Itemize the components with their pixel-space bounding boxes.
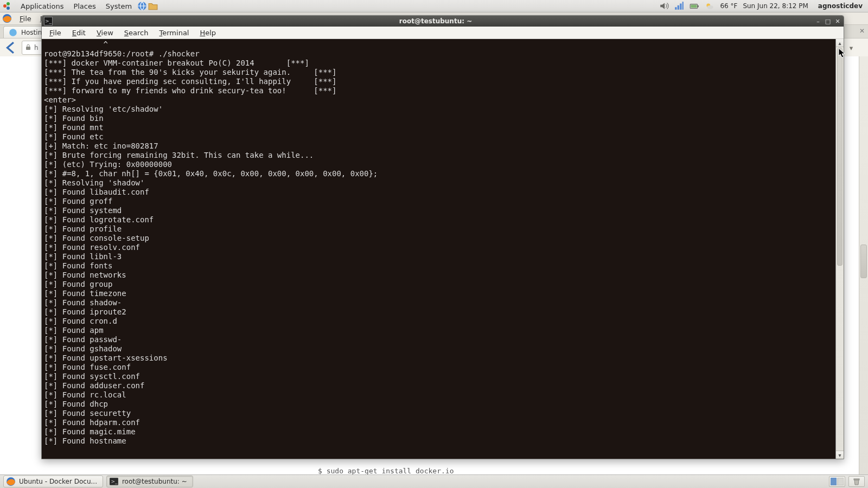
terminal-line: [*] (etc) Trying: 0x00000000 bbox=[44, 160, 833, 169]
terminal-line: [*] Found passwd- bbox=[44, 335, 833, 344]
terminal-line: [*] #=8, 1, char nh[] = {0x01, 0x40, 0x0… bbox=[44, 169, 833, 178]
svg-point-12 bbox=[707, 5, 713, 9]
bottom-tray bbox=[829, 476, 865, 487]
svg-text:>_: >_ bbox=[111, 479, 118, 484]
terminal-line: [*] Found logrotate.conf bbox=[44, 215, 833, 224]
window-close-button[interactable]: ✕ bbox=[834, 17, 841, 25]
scrollbar-down-icon[interactable]: ▾ bbox=[836, 451, 844, 459]
terminal-line: [*] Found groff bbox=[44, 197, 833, 206]
terminal-menu-search[interactable]: Search bbox=[119, 28, 154, 38]
battery-icon[interactable] bbox=[690, 1, 699, 11]
terminal-line: [***] forward to my friends who drink se… bbox=[44, 86, 833, 95]
terminal-line: ^ bbox=[44, 40, 833, 49]
gnome-bottom-panel: Ubuntu - Docker Docu... >_ root@testubun… bbox=[0, 474, 868, 488]
terminal-line: [*] Found networks bbox=[44, 271, 833, 280]
network-icon[interactable] bbox=[674, 1, 684, 11]
terminal-line: [*] Found sysctl.conf bbox=[44, 372, 833, 381]
terminal-line: [*] Found upstart-xsessions bbox=[44, 354, 833, 363]
page-code-snippet: $ sudo apt-get install docker.io bbox=[318, 467, 454, 475]
window-maximize-button[interactable]: □ bbox=[824, 17, 832, 25]
terminal-line: [*] Found timezone bbox=[44, 289, 833, 298]
terminal-window: >_ root@testubuntu: ~ – □ ✕ File Edit Vi… bbox=[41, 15, 844, 459]
terminal-line: [*] Found profile bbox=[44, 224, 833, 234]
weather-icon[interactable] bbox=[705, 1, 714, 11]
terminal-line: [***] If you have pending sec consulting… bbox=[44, 77, 833, 86]
svg-rect-9 bbox=[698, 5, 699, 7]
weather-temp[interactable]: 66 °F bbox=[720, 2, 737, 10]
svg-rect-4 bbox=[675, 7, 677, 10]
terminal-line: [***] The tea from the 90's kicks your s… bbox=[44, 68, 833, 77]
taskbar-item-label: Ubuntu - Docker Docu... bbox=[19, 478, 97, 485]
terminal-line: [*] Found resolv.conf bbox=[44, 243, 833, 252]
nav-dropdown-button[interactable]: ▾ bbox=[845, 42, 857, 54]
terminal-line: [*] Found group bbox=[44, 280, 833, 289]
terminal-line: [*] Resolving 'etc/shadow' bbox=[44, 105, 833, 114]
firefox-task-icon bbox=[6, 477, 16, 486]
svg-rect-7 bbox=[682, 2, 684, 10]
svg-rect-19 bbox=[831, 478, 837, 485]
terminal-app-icon: >_ bbox=[44, 17, 53, 25]
taskbar-item-label: root@testubuntu: ~ bbox=[122, 478, 187, 485]
nav-back-button[interactable] bbox=[3, 40, 18, 55]
menu-places[interactable]: Places bbox=[69, 1, 100, 11]
firefox-menu-file[interactable]: File bbox=[15, 14, 36, 24]
terminal-line: [*] Found apm bbox=[44, 326, 833, 335]
clock[interactable]: Sun Jun 22, 8:12 PM bbox=[743, 2, 808, 10]
terminal-line: [*] Found rc.local bbox=[44, 390, 833, 400]
terminal-line: [*] Found gshadow bbox=[44, 344, 833, 354]
menu-system[interactable]: System bbox=[101, 1, 136, 11]
terminal-line: [*] Found libnl-3 bbox=[44, 252, 833, 261]
terminal-line: [*] Found fuse.conf bbox=[44, 363, 833, 372]
svg-rect-5 bbox=[678, 5, 679, 10]
taskbar-item-terminal[interactable]: >_ root@testubuntu: ~ bbox=[106, 476, 193, 487]
terminal-line: root@92b134df9650:/root# ./shocker bbox=[44, 49, 833, 59]
launcher-browser-icon[interactable] bbox=[137, 1, 147, 11]
sound-icon[interactable] bbox=[659, 1, 669, 11]
terminal-line: [*] Found dhcp bbox=[44, 400, 833, 409]
scrollbar-thumb[interactable] bbox=[837, 48, 843, 266]
terminal-menu-view[interactable]: View bbox=[91, 28, 119, 38]
svg-rect-15 bbox=[26, 47, 30, 50]
firefox-page-scrollbar[interactable] bbox=[859, 56, 868, 475]
user-menu[interactable]: agnosticdev bbox=[814, 2, 863, 10]
terminal-line: [*] Found console-setup bbox=[44, 234, 833, 243]
gnome-top-panel: Applications Places System 66 °F Sun Jun… bbox=[0, 0, 868, 12]
taskbar-item-firefox[interactable]: Ubuntu - Docker Docu... bbox=[3, 476, 103, 487]
firefox-icon bbox=[2, 14, 12, 23]
terminal-line: [*] Found mnt bbox=[44, 123, 833, 132]
terminal-line: [*] Found fonts bbox=[44, 261, 833, 271]
svg-rect-10 bbox=[691, 5, 697, 8]
terminal-menu-help[interactable]: Help bbox=[194, 28, 221, 38]
terminal-line: [*] Found systemd bbox=[44, 206, 833, 215]
svg-point-1 bbox=[7, 2, 10, 5]
workspace-switcher[interactable] bbox=[829, 476, 845, 487]
terminal-scrollbar[interactable]: ▴ ▾ bbox=[835, 39, 844, 459]
svg-point-14 bbox=[9, 29, 17, 36]
terminal-titlebar[interactable]: >_ root@testubuntu: ~ – □ ✕ bbox=[42, 16, 844, 27]
terminal-line: [*] Found securetty bbox=[44, 409, 833, 418]
svg-rect-21 bbox=[854, 479, 859, 480]
firefox-close-tab-icon[interactable]: ✕ bbox=[859, 27, 865, 35]
terminal-title: root@testubuntu: ~ bbox=[57, 17, 814, 25]
terminal-line: [*] Found iproute2 bbox=[44, 307, 833, 317]
terminal-line: [*] Found hostname bbox=[44, 436, 833, 446]
terminal-line: [*] Found shadow- bbox=[44, 298, 833, 307]
system-tray: 66 °F Sun Jun 22, 8:12 PM agnosticdev bbox=[659, 1, 866, 11]
scrollbar-up-icon[interactable]: ▴ bbox=[836, 39, 844, 47]
trash-icon[interactable] bbox=[848, 476, 865, 487]
svg-point-2 bbox=[7, 7, 10, 10]
terminal-output[interactable]: ^root@92b134df9650:/root# ./shocker[***]… bbox=[42, 39, 835, 459]
terminal-menu-file[interactable]: File bbox=[44, 28, 67, 38]
terminal-menu-terminal[interactable]: Terminal bbox=[154, 28, 195, 38]
ubuntu-logo-icon bbox=[2, 1, 12, 11]
terminal-line: [*] Resolving 'shadow' bbox=[44, 178, 833, 188]
terminal-line: [***] docker VMM-container breakout Po(C… bbox=[44, 59, 833, 68]
window-minimize-button[interactable]: – bbox=[814, 17, 822, 25]
launcher-files-icon[interactable] bbox=[148, 1, 158, 11]
terminal-line: [*] Found cron.d bbox=[44, 317, 833, 326]
terminal-menu-edit[interactable]: Edit bbox=[67, 28, 91, 38]
mouse-cursor-icon bbox=[838, 48, 846, 59]
menu-applications[interactable]: Applications bbox=[16, 1, 68, 11]
terminal-line: [*] Found adduser.conf bbox=[44, 381, 833, 390]
terminal-line: [*] Found etc bbox=[44, 132, 833, 142]
